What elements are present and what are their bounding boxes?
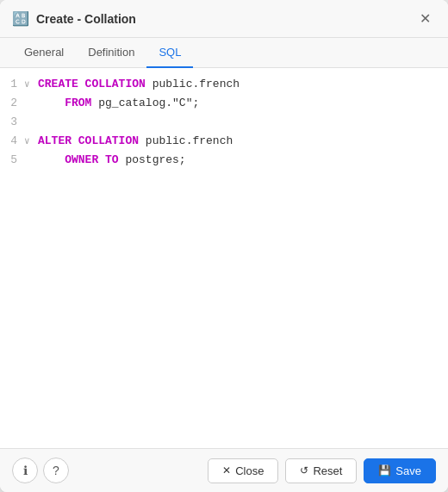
tab-general[interactable]: General <box>12 38 76 68</box>
tab-sql[interactable]: SQL <box>146 38 193 68</box>
line-number-4: 4 <box>0 132 24 151</box>
line-content-2: FROM pg_catalog."C"; <box>38 94 448 113</box>
line-toggle-1[interactable]: ∨ <box>24 75 38 94</box>
plain-4: public.french <box>139 134 233 147</box>
reset-label: Reset <box>313 464 342 477</box>
save-icon: 💾 <box>378 464 391 476</box>
code-line-4: 4 ∨ ALTER COLLATION public.french <box>0 132 448 151</box>
line-content-4: ALTER COLLATION public.french <box>38 132 448 151</box>
tab-definition[interactable]: Definition <box>76 38 146 68</box>
line-number-2: 2 <box>0 94 24 113</box>
code-line-1: 1 ∨ CREATE COLLATION public.french <box>0 75 448 94</box>
plain-2: pg_catalog."C"; <box>91 97 199 109</box>
footer-left: ℹ ? <box>12 458 201 483</box>
line-toggle-4[interactable]: ∨ <box>24 132 38 151</box>
close-icon: ✕ <box>222 464 231 476</box>
indent-2 <box>38 97 65 109</box>
close-window-button[interactable]: ✕ <box>414 9 436 28</box>
line-number-3: 3 <box>0 113 24 132</box>
line-number-1: 1 <box>0 75 24 94</box>
info-button[interactable]: ℹ <box>12 458 38 483</box>
line-number-5: 5 <box>0 151 24 170</box>
code-line-5: 5 OWNER TO postgres; <box>0 151 448 170</box>
sql-editor: 1 ∨ CREATE COLLATION public.french 2 FRO… <box>0 68 448 448</box>
reset-icon: ↺ <box>300 464 308 476</box>
line-content-1: CREATE COLLATION public.french <box>38 75 448 94</box>
reset-button[interactable]: ↺ Reset <box>285 458 357 483</box>
help-button[interactable]: ? <box>43 458 69 483</box>
code-line-3: 3 <box>0 113 448 132</box>
titlebar: 🔠 Create - Collation ✕ <box>0 0 448 38</box>
dialog-icon: 🔠 <box>12 10 29 27</box>
close-label: Close <box>235 464 264 477</box>
footer: ℹ ? ✕ Close ↺ Reset 💾 Save <box>0 448 448 492</box>
close-button[interactable]: ✕ Close <box>208 458 278 483</box>
footer-right: ✕ Close ↺ Reset 💾 Save <box>208 458 436 483</box>
keyword-owner-to: OWNER TO <box>65 153 118 166</box>
plain-1: public.french <box>146 78 240 90</box>
keyword-alter-collation: ALTER COLLATION <box>38 134 139 147</box>
save-button[interactable]: 💾 Save <box>364 458 436 483</box>
tab-bar: General Definition SQL <box>0 38 448 68</box>
dialog-title: Create - Collation <box>36 12 414 26</box>
create-collation-dialog: 🔠 Create - Collation ✕ General Definitio… <box>0 0 448 492</box>
code-line-2: 2 FROM pg_catalog."C"; <box>0 94 448 113</box>
line-content-5: OWNER TO postgres; <box>38 151 448 170</box>
keyword-create-collation: CREATE COLLATION <box>38 78 146 90</box>
save-label: Save <box>395 464 421 477</box>
keyword-from: FROM <box>65 97 91 109</box>
indent-5 <box>38 153 65 166</box>
plain-5: postgres; <box>119 153 186 166</box>
